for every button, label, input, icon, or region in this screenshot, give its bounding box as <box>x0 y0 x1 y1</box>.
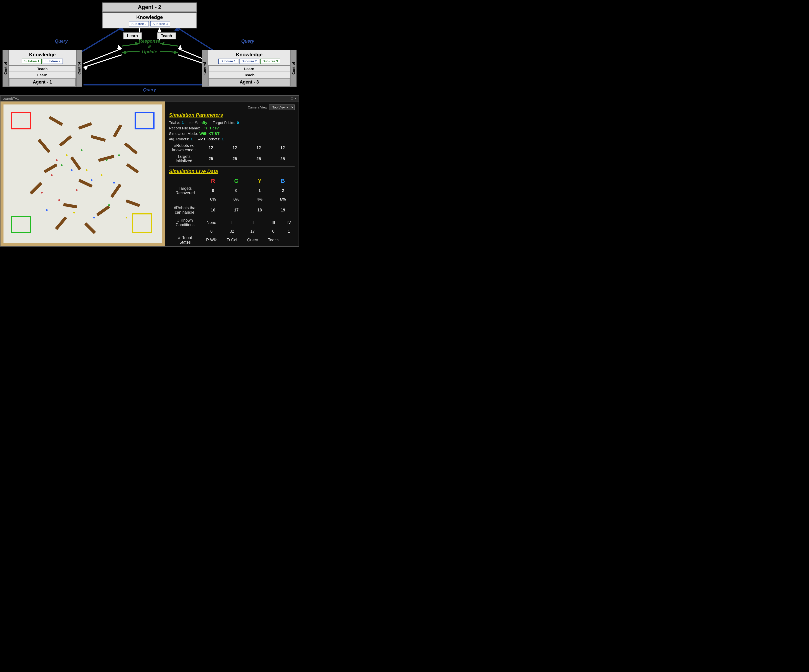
obstacle-stick <box>96 205 110 216</box>
agent1-subtree1: Sub-tree 1 <box>22 59 42 64</box>
targets-rec-b: 2 <box>272 185 295 196</box>
known-cond-label: # KnownConditions <box>169 217 201 228</box>
agent1-knowledge-box: Knowledge Sub-tree 1 Sub-tree 2 <box>9 50 76 66</box>
targets-pct-y: 4% <box>248 196 272 203</box>
targets-rec-r: 0 <box>201 185 225 196</box>
state-val-rwlk: 21 <box>201 245 222 246</box>
obstacle-stick <box>70 156 81 170</box>
agent3-teach-cell: Teach <box>208 72 290 78</box>
obstacle-stick <box>55 216 67 230</box>
agent2-label: Agent - 2 <box>102 2 197 12</box>
agent1-teach-cell: Teach <box>9 66 76 72</box>
obstacle-stick <box>30 182 42 195</box>
agent3-control-label-right: Control <box>290 50 297 87</box>
minimize-button[interactable]: — <box>286 96 289 101</box>
targets-rec-y: 1 <box>248 185 272 196</box>
agent1-learn-cell: Learn <box>9 72 76 78</box>
obstacle-stick <box>110 183 121 198</box>
robot-dot <box>61 164 62 166</box>
robot-dot <box>81 150 82 151</box>
agent2-teach-box: Teach <box>157 32 176 39</box>
robot-dot <box>108 204 110 206</box>
mode-label: Simulation Mode: <box>169 131 198 136</box>
cond-header-iii: III <box>263 217 284 228</box>
state-val-query: 8 <box>242 245 263 246</box>
svg-line-20 <box>122 44 139 46</box>
agent1-subtrees: Sub-tree 1 Sub-tree 2 <box>11 59 74 64</box>
agent3-tl-row2: Teach <box>208 72 290 78</box>
sim-live-title: Simulation Live Data <box>169 168 295 174</box>
sim-canvas <box>3 104 162 243</box>
target-plim-label: Target P. Lim: <box>213 121 235 125</box>
agent1-knowledge-title: Knowledge <box>11 52 74 57</box>
robot-dot <box>56 160 57 161</box>
sim-params-title: Simulation Parameters <box>169 112 295 118</box>
obstacle-stick <box>78 122 92 130</box>
agent3-subtrees: Sub-tree 1 Sub-tree 2 Sub-tree 3 <box>210 59 288 64</box>
camera-row: Camera View Top View ▾ <box>169 104 295 110</box>
targets-init-label: TargetsInitialized <box>169 153 199 164</box>
svg-marker-25 <box>122 50 126 54</box>
obstacle-stick <box>113 124 123 138</box>
header-b: B <box>272 177 295 185</box>
app-body: Camera View Top View ▾ Simulation Parame… <box>0 101 299 246</box>
header-r: R <box>201 177 225 185</box>
robot-dot <box>46 209 48 211</box>
robots-known-b: 12 <box>271 143 295 153</box>
cond-val-ii: 17 <box>242 228 263 235</box>
app-title: LearnBTV1 <box>2 97 19 101</box>
agent2-learn-box: Learn <box>123 32 142 39</box>
targets-pct-b: 8% <box>272 196 295 203</box>
diagram-section: Agent - 2 Knowledge Sub-tree 2 Sub-tree … <box>0 0 299 95</box>
header-y: Y <box>248 177 272 185</box>
robots-handle-g: 17 <box>225 205 248 216</box>
agent1-subtree2: Sub-tree 2 <box>43 59 63 64</box>
agent1-label: Agent - 1 <box>9 78 76 86</box>
targets-init-g: 25 <box>223 153 247 164</box>
robots-known-label: #Robots w.known cond.: <box>169 143 199 153</box>
agent1-row: Control Knowledge Sub-tree 1 Sub-tree 2 … <box>2 50 82 87</box>
record-val: _Tr_1.csv <box>201 126 218 130</box>
agent1-container: Control Knowledge Sub-tree 1 Sub-tree 2 … <box>2 50 82 87</box>
agent2-knowledge-title: Knowledge <box>105 15 195 20</box>
agent3-row: Control Knowledge Sub-tree 1 Sub-tree 2 … <box>202 50 297 87</box>
app-window: LearnBTV1 — □ × <box>0 95 299 247</box>
targets-rec-g: 0 <box>225 185 248 196</box>
targets-recovered-label: TargetsRecovered <box>169 185 201 196</box>
robots-known-g: 12 <box>223 143 247 153</box>
right-panel: Camera View Top View ▾ Simulation Parame… <box>165 101 299 246</box>
query-label-bottom: Query <box>143 87 156 92</box>
trial-row: Trial #: 1 Iter #: Infty Target P. Lim: … <box>169 121 295 125</box>
agent1-tl-row1: Teach <box>9 66 76 72</box>
mode-val: With KT-BT <box>200 131 220 136</box>
agent3-inner: Knowledge Sub-tree 1 Sub-tree 2 Sub-tree… <box>208 50 290 87</box>
cond-val-iii: 0 <box>263 228 284 235</box>
trial-val: 1 <box>182 121 184 125</box>
targets-pct-g: 0% <box>225 196 248 203</box>
app-titlebar: LearnBTV1 — □ × <box>0 96 299 101</box>
targets-init-r: 25 <box>199 153 223 164</box>
svg-marker-9 <box>117 45 122 49</box>
yellow-square <box>132 213 152 233</box>
iter-label: Iter #: <box>188 121 198 125</box>
svg-marker-13 <box>178 45 182 49</box>
robot-dot <box>126 217 128 218</box>
state-val-trcol: 15 <box>222 245 242 246</box>
iter-val: Infty <box>200 121 207 125</box>
state-header-query: Query <box>242 235 263 245</box>
camera-select[interactable]: Top View ▾ <box>269 104 295 110</box>
close-button[interactable]: × <box>295 96 297 101</box>
response-update-label: Response & Update <box>139 39 160 55</box>
agent2-subtree2: Sub-tree 2 <box>129 21 149 27</box>
agent3-subtree3: Sub-tree 3 <box>260 59 280 64</box>
cond-header-i: I <box>222 217 242 228</box>
robot-dot <box>91 179 92 181</box>
mt-robots-label: #MT. Robots: <box>198 137 220 141</box>
svg-marker-27 <box>174 50 178 54</box>
robot-dot <box>106 160 107 161</box>
agent2-tl-area: Learn Teach <box>123 32 176 39</box>
mt-robots-val: 1 <box>222 137 224 141</box>
obstacle-stick <box>59 135 72 147</box>
maximize-button[interactable]: □ <box>291 96 293 101</box>
blue-square <box>134 112 154 129</box>
